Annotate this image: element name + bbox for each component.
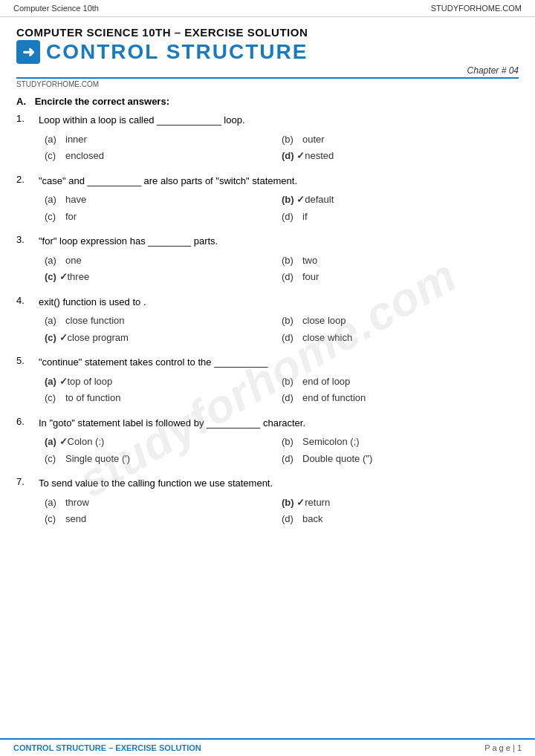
option-3-4: (d) four [282,270,519,284]
option-5-3: (c) to of function [45,391,282,405]
top-bar-right: STUDYFORHOME.COM [431,4,522,13]
opt-label-6-2: (b) [282,434,302,449]
opt-label-3-2: (b) [282,253,302,268]
option-6-3: (c) Single quote (') [45,452,282,466]
top-bar-left: Computer Science 10th [13,4,99,13]
option-7-4: (d) back [282,512,519,527]
opt-label-7-1: (a) [45,495,65,510]
opt-text-4-3: close program [68,330,129,345]
opt-text-4-4: close which [302,330,352,345]
section-a-heading: A. Encircle the correct answers: [16,96,519,107]
option-4-2: (b) close loop [282,313,519,328]
question-3: 3."for" loop expression has ________ par… [16,234,519,284]
opt-label-4-1: (a) [45,313,65,328]
opt-text-7-1: throw [65,495,89,510]
options-grid-4: (a) close function(b) close loop(c) ✓ cl… [16,313,519,345]
options-grid-7: (a) throw(b) ✓ return(c) send(d) back [16,495,519,527]
opt-text-6-2: Semicolon (;) [302,434,360,449]
opt-label-6-3: (c) [45,452,65,466]
opt-label-4-4: (d) [282,330,302,345]
option-2-1: (a) have [45,192,282,207]
opt-text-1-1: inner [65,132,87,147]
question-num-6: 6. [16,416,39,427]
option-5-2: (b) end of loop [282,374,519,389]
opt-label-3-4: (d) [282,270,302,284]
bottom-bar: CONTROL STRUCTURE – EXERCISE SOLUTION P … [0,738,535,756]
opt-label-2-4: (d) [282,209,302,224]
question-4: 4.exit() function is used to .(a) close … [16,295,519,345]
option-2-4: (d) if [282,209,519,224]
question-row-6: 6.In "goto" statement label is followed … [16,416,519,431]
opt-label-check-1-4: (d) ✓ [282,149,305,163]
option-6-2: (b) Semicolon (;) [282,434,519,449]
main-title: COMPUTER SCIENCE 10TH – EXERCISE SOLUTIO… [16,26,519,39]
questions-container: 1.Loop within a loop is called _________… [16,113,519,527]
opt-text-6-1: Colon (:) [68,434,105,449]
opt-text-5-4: end of function [302,391,366,405]
option-6-1: (a) ✓ Colon (:) [45,434,282,449]
question-7: 7.To send value to the calling function … [16,476,519,527]
option-4-1: (a) close function [45,313,282,328]
option-1-4: (d) ✓ nested [282,149,519,163]
question-text-3: "for" loop expression has ________ parts… [39,234,519,249]
opt-text-4-1: close function [65,313,125,328]
opt-label-4-2: (b) [282,313,302,328]
opt-label-check-4-3: (c) ✓ [45,330,68,345]
opt-text-5-1: top of loop [68,374,113,389]
question-row-5: 5."continue" statement takes control to … [16,355,519,370]
opt-label-1-2: (b) [282,132,302,147]
options-grid-3: (a) one(b) two(c) ✓ three(d) four [16,253,519,284]
opt-text-7-4: back [302,512,322,527]
opt-label-2-1: (a) [45,192,65,207]
chapter-num: Chapter # 04 [467,65,519,76]
opt-text-5-2: end of loop [302,374,350,389]
question-row-7: 7.To send value to the calling function … [16,476,519,491]
chapter-num-row: Chapter # 04 [16,65,519,79]
opt-label-check-6-1: (a) ✓ [45,434,68,449]
option-4-4: (d) close which [282,330,519,345]
question-1: 1.Loop within a loop is called _________… [16,113,519,163]
options-grid-1: (a) inner(b) outer(c) enclosed(d) ✓ nest… [16,132,519,163]
question-text-2: "case" and __________ are also parts of … [39,174,519,189]
question-row-2: 2."case" and __________ are also parts o… [16,174,519,189]
option-1-1: (a) inner [45,132,282,147]
option-5-4: (d) end of function [282,391,519,405]
question-2: 2."case" and __________ are also parts o… [16,174,519,224]
opt-label-3-1: (a) [45,253,65,268]
option-1-2: (b) outer [282,132,519,147]
option-2-2: (b) ✓ default [282,192,519,207]
options-grid-5: (a) ✓ top of loop(b) end of loop(c) to o… [16,374,519,405]
option-2-3: (c) for [45,209,282,224]
opt-text-3-2: two [302,253,317,268]
question-row-3: 3."for" loop expression has ________ par… [16,234,519,249]
opt-text-7-2: return [305,495,330,510]
opt-label-check-2-2: (b) ✓ [282,192,305,207]
question-text-1: Loop within a loop is called ___________… [39,113,519,128]
bottom-bar-left: CONTROL STRUCTURE – EXERCISE SOLUTION [13,743,201,752]
opt-text-2-3: for [65,209,77,224]
chapter-title-bar: ➜ CONTROL STRUCTURE [16,40,519,64]
opt-text-1-2: outer [302,132,325,147]
chapter-title: CONTROL STRUCTURE [46,40,308,64]
top-bar: Computer Science 10th STUDYFORHOME.COM [0,0,535,17]
opt-label-check-3-3: (c) ✓ [45,270,68,284]
question-num-2: 2. [16,174,39,185]
opt-label-check-5-1: (a) ✓ [45,374,68,389]
opt-label-1-1: (a) [45,132,65,147]
option-4-3: (c) ✓ close program [45,330,282,345]
opt-text-2-1: have [65,192,86,207]
question-num-1: 1. [16,113,39,124]
opt-text-2-2: default [305,192,334,207]
opt-label-1-3: (c) [45,149,65,163]
content-area: COMPUTER SCIENCE 10TH – EXERCISE SOLUTIO… [0,17,535,552]
option-3-2: (b) two [282,253,519,268]
question-num-3: 3. [16,234,39,245]
opt-label-7-4: (d) [282,512,302,527]
opt-text-1-4: nested [305,149,334,163]
option-3-1: (a) one [45,253,282,268]
option-5-1: (a) ✓ top of loop [45,374,282,389]
option-7-2: (b) ✓ return [282,495,519,510]
opt-text-6-3: Single quote (') [65,452,130,466]
option-7-1: (a) throw [45,495,282,510]
opt-text-2-4: if [302,209,308,224]
